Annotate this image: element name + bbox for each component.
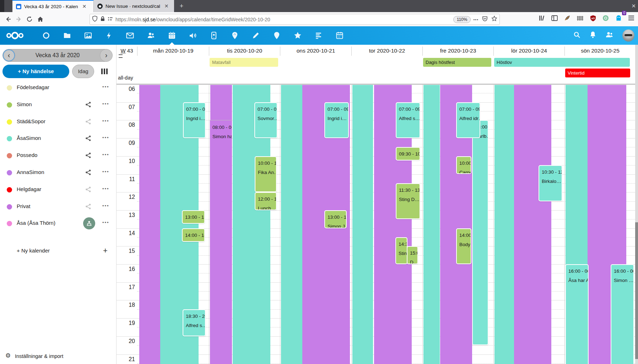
lock-icon[interactable] [100,16,105,23]
calendar-list-item[interactable]: Städ&Sopor••• [0,114,116,130]
calendar-list-item[interactable]: Åsa (Åsa Thörn)••• [0,216,116,232]
calendar-event[interactable]: 10:00 - 12:Fika An… [255,156,277,192]
calendar-event[interactable]: 07:00 - 09Sovmor… [254,102,277,138]
long-event-block[interactable] [423,85,440,364]
calendar-event[interactable]: 16:00 - 00:Åsa har Al… [565,264,589,364]
app-icon-favorites[interactable] [287,26,308,45]
all-day-event[interactable]: Vintertid [565,69,630,77]
app-icon-contacts[interactable] [140,26,161,45]
zoom-level-indicator[interactable]: 110% [453,16,471,23]
calendar-event[interactable]: 08:00 - 00Simon har [210,120,232,364]
calendar-event[interactable]: 07:00 - 09:0Alfred idr… [456,102,480,138]
app-icon-deck-calendar[interactable] [329,26,350,45]
calendar-event[interactable]: 08:00 -Karlb… [472,120,488,345]
long-event-block[interactable] [281,85,302,364]
browser-tab-calendar[interactable]: Vecka 43 år 2020 - Kalen ✕ [12,0,93,12]
app-icon-mail[interactable] [119,26,140,45]
week-number-cell[interactable]: W 43 [117,47,137,56]
calendar-list-item[interactable]: Helgdagar••• [0,182,116,198]
calendar-event[interactable]: 14:00 - 14: [182,228,205,242]
calendar-menu-dots[interactable]: ••• [102,101,109,107]
calendar-menu-dots[interactable]: ••• [102,84,109,89]
calendar-list-item[interactable]: Födelsedagar••• [0,80,116,96]
scrollbar[interactable] [635,45,638,364]
calendar-event[interactable]: 07:00 - 09Ingrid i… [324,102,349,138]
calendar-menu-dots[interactable]: ••• [102,169,109,174]
calendar-menu-dots[interactable]: ••• [102,135,109,140]
previous-week-button[interactable]: ‹ [2,49,15,62]
day-header[interactable]: mån 2020-10-19 [137,47,209,56]
view-mode-icon[interactable] [101,68,109,75]
calendar-event[interactable]: 14:00 -Body fl… [456,228,471,264]
bookmark-star-icon[interactable] [491,16,497,23]
app-icon-location-audio[interactable] [224,26,245,45]
all-day-event[interactable]: Höstlov [494,58,630,67]
app-icon-calendar[interactable] [161,26,182,45]
user-avatar[interactable] [622,29,634,42]
calendar-event[interactable]: 07:00 - 09Alfred s… [396,102,420,138]
app-icon-phonetrack[interactable] [203,26,224,45]
url-text[interactable]: https://moln.sjd.se/owncloud/apps/calend… [115,17,451,22]
calendar-event[interactable]: 16:00 - 00:Simon … [611,264,634,364]
app-icon-circles[interactable] [36,26,56,45]
day-header[interactable]: ons 2020-10-21 [280,47,351,56]
long-event-block[interactable] [352,85,373,364]
share-icon[interactable] [85,203,91,211]
plus-icon[interactable]: + [103,246,108,255]
page-actions-dots-icon[interactable]: ••• [473,17,478,22]
day-header[interactable]: tis 2020-10-20 [209,47,280,56]
ghostery-icon[interactable]: 0 [613,13,624,23]
day-header[interactable]: lör 2020-10-24 [493,47,564,56]
calendar-list-item[interactable]: Privat••• [0,199,116,215]
share-icon[interactable] [85,102,91,109]
calendar-event[interactable]: 13:00 - 13: [182,210,205,224]
library-icon[interactable] [536,13,547,23]
long-event-block[interactable] [494,85,514,364]
browser-tab-github[interactable]: New Issue · nextcloud/cal ✕ [93,0,174,12]
app-icon-files[interactable] [56,26,77,45]
new-calendar-label[interactable]: + Ny kalender [17,248,50,254]
back-button[interactable] [3,14,13,25]
app-icon-maps[interactable] [266,26,287,45]
day-header[interactable]: tor 2020-10-22 [351,47,422,56]
calendar-event[interactable]: 13:00 - 14:Simon J… [324,210,347,228]
extension-fence-icon[interactable] [575,13,585,23]
share-icon[interactable] [85,186,91,194]
tab-close-icon[interactable]: ✕ [164,3,169,9]
contacts-menu-icon[interactable] [605,31,613,40]
app-icon-photos[interactable] [77,26,98,45]
share-icon[interactable] [85,135,91,143]
scrollbar-thumb[interactable] [635,222,638,359]
calendar-event[interactable]: 10:00 -Carneg… [456,156,471,174]
calendar-menu-dots[interactable]: ••• [102,186,109,191]
all-day-event[interactable]: Matavfall [210,58,278,67]
permissions-icon[interactable] [108,16,113,23]
app-icon-announcements[interactable] [308,26,329,45]
reload-button[interactable] [24,14,35,25]
calendar-list-item[interactable]: ÅsaSimon••• [0,131,116,147]
calendar-menu-dots[interactable]: ••• [102,220,109,225]
week-label[interactable]: Vecka 43 år 2020 [9,49,106,62]
next-week-button[interactable]: › [100,49,113,62]
calendar-event[interactable]: 15:00D… [407,246,418,264]
calendar-list-item[interactable]: Simon••• [0,97,116,113]
share-icon[interactable] [85,152,91,160]
hamburger-menu-icon[interactable] [626,13,637,23]
calendar-event[interactable]: 12:00 - 13:0Lunch … [255,192,277,210]
calendar-list-item[interactable]: Possedo••• [0,148,116,164]
ublock-origin-icon[interactable]: uO [588,13,598,23]
long-event-block[interactable] [139,85,160,364]
new-calendar-row[interactable]: + Ny kalender + [0,244,116,259]
long-event-block[interactable] [514,85,551,364]
tracking-shield-icon[interactable] [92,16,98,23]
tab-close-icon[interactable]: ✕ [82,4,87,9]
calendar-event[interactable]: 09:30 - 10:Si… [396,147,420,161]
notifications-bell-icon[interactable] [590,31,596,40]
calendar-event[interactable]: 14:30 -Stin… [395,237,407,264]
app-icon-activity[interactable] [98,26,119,45]
all-day-event[interactable]: Dagis höstfest [423,58,491,67]
day-header[interactable]: fre 2020-10-23 [422,47,493,56]
share-icon[interactable] [85,169,91,177]
app-icon-talk[interactable] [182,26,203,45]
time-grid[interactable]: 0607080910111213141516171819202107:00 - … [117,84,638,364]
